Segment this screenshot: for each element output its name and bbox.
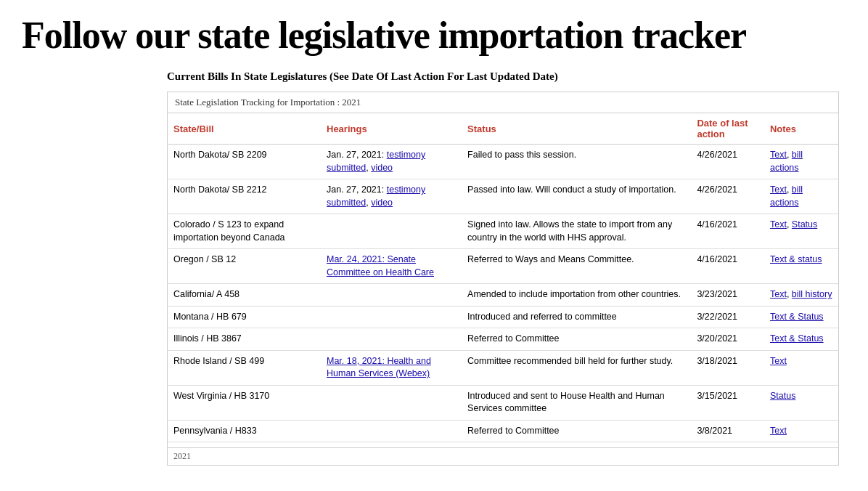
note-link[interactable]: Text xyxy=(770,219,787,230)
cell-hearings xyxy=(321,284,462,307)
cell-hearings: Jan. 27, 2021: testimony submitted, vide… xyxy=(321,179,462,214)
cell-state-bill: Oregon / SB 12 xyxy=(168,249,321,284)
table-row: Illinois / HB 3867Referred to Committee3… xyxy=(168,328,838,351)
cell-status: Amended to include importation from othe… xyxy=(462,284,691,307)
cell-date: 3/8/2021 xyxy=(691,420,764,442)
cell-status: Referred to Ways and Means Committee. xyxy=(462,249,691,284)
cell-date: 4/16/2021 xyxy=(691,249,764,284)
hearing-link[interactable]: video xyxy=(371,198,393,208)
hearing-link[interactable]: Mar. 18, 2021: Health and Human Services… xyxy=(327,356,431,379)
table-container: State Legislation Tracking for Importati… xyxy=(167,92,839,466)
cell-state-bill: Illinois / HB 3867 xyxy=(168,328,321,351)
table-row: Pennsylvania / H833Referred to Committee… xyxy=(168,420,838,442)
cell-hearings: Jan. 27, 2021: testimony submitted, vide… xyxy=(321,145,462,179)
cell-status: Referred to Committee xyxy=(462,442,691,448)
table-row: Oregon / SB 12Mar. 24, 2021: Senate Comm… xyxy=(168,249,838,284)
cell-notes: Status xyxy=(764,385,838,420)
table-row: Montana / HB 679Introduced and referred … xyxy=(168,306,838,328)
cell-hearings xyxy=(321,385,462,420)
table-row: Connecticut / SB 1006Scheduled for Mar. … xyxy=(168,442,838,448)
table-scroll-area[interactable]: State/Bill Hearings Status Date of last … xyxy=(168,113,838,447)
cell-notes: Text (Sections 11-15) xyxy=(764,442,838,448)
cell-hearings: Mar. 18, 2021: Health and Human Services… xyxy=(321,350,462,385)
hearing-link[interactable]: Mar. 24, 2021: Senate Committee on Healt… xyxy=(327,254,434,277)
table-row: North Dakota/ SB 2209Jan. 27, 2021: test… xyxy=(168,145,838,179)
note-link[interactable]: Text xyxy=(770,356,787,366)
cell-state-bill: California/ A 458 xyxy=(168,284,321,307)
cell-hearings: Mar. 24, 2021: Senate Committee on Healt… xyxy=(321,249,462,284)
table-title: State Legislation Tracking for Importati… xyxy=(168,92,838,113)
cell-status: Signed into law. Allows the state to imp… xyxy=(462,214,691,249)
cell-notes: Text, bill actions xyxy=(764,145,838,179)
cell-hearings xyxy=(321,420,462,442)
note-link[interactable]: bill history xyxy=(792,289,832,299)
page-title: Follow our state legislative importation… xyxy=(22,15,846,56)
cell-status: Introduced and referred to committee xyxy=(462,306,691,328)
note-link[interactable]: Text xyxy=(770,184,787,195)
table-row: California/ A 458Amended to include impo… xyxy=(168,284,838,307)
cell-date: 4/16/2021 xyxy=(691,214,764,249)
table-row: West Virginia / HB 3170Introduced and se… xyxy=(168,385,838,420)
note-link[interactable]: Text xyxy=(770,289,787,299)
cell-notes: Text xyxy=(764,420,838,442)
cell-state-bill: West Virginia / HB 3170 xyxy=(168,385,321,420)
cell-status: Referred to Committee xyxy=(462,328,691,351)
col-notes: Notes xyxy=(764,113,838,145)
note-link[interactable]: Text xyxy=(770,150,787,160)
cell-status: Committee recommended bill held for furt… xyxy=(462,350,691,385)
cell-state-bill: Connecticut / SB 1006 xyxy=(168,442,321,448)
cell-date: 4/26/2021 xyxy=(691,179,764,214)
subtitle: Current Bills In State Legislatures (See… xyxy=(167,70,846,83)
col-date: Date of last action xyxy=(691,113,764,145)
cell-date: 3/18/2021 xyxy=(691,350,764,385)
cell-hearings xyxy=(321,328,462,351)
cell-state-bill: Montana / HB 679 xyxy=(168,306,321,328)
cell-notes: Text & status xyxy=(764,249,838,284)
cell-date: 3/5/2021 xyxy=(691,442,764,448)
col-state-bill: State/Bill xyxy=(168,113,321,145)
cell-date: 3/20/2021 xyxy=(691,328,764,351)
cell-state-bill: Rhode Island / SB 499 xyxy=(168,350,321,385)
cell-notes: Text & Status xyxy=(764,328,838,351)
cell-date: 4/26/2021 xyxy=(691,145,764,179)
table-row: North Dakota/ SB 2212Jan. 27, 2021: test… xyxy=(168,179,838,214)
table-row: Colorado / S 123 to expand importation b… xyxy=(168,214,838,249)
cell-hearings: Scheduled for Mar. 11, Insurance and Rea… xyxy=(321,442,462,448)
note-link[interactable]: Status xyxy=(770,391,795,401)
cell-hearings xyxy=(321,214,462,249)
cell-date: 3/23/2021 xyxy=(691,284,764,307)
note-link[interactable]: Text xyxy=(770,426,787,436)
legislative-table: State/Bill Hearings Status Date of last … xyxy=(168,113,838,447)
cell-status: Passed into law. Will conduct a study of… xyxy=(462,179,691,214)
cell-notes: Text xyxy=(764,350,838,385)
cell-state-bill: North Dakota/ SB 2209 xyxy=(168,145,321,179)
cell-notes: Text & Status xyxy=(764,306,838,328)
cell-date: 3/22/2021 xyxy=(691,306,764,328)
cell-hearings xyxy=(321,306,462,328)
cell-notes: Text, bill history xyxy=(764,284,838,307)
cell-status: Failed to pass this session. xyxy=(462,145,691,179)
table-row: Rhode Island / SB 499Mar. 18, 2021: Heal… xyxy=(168,350,838,385)
cell-status: Referred to Committee xyxy=(462,420,691,442)
hearing-link[interactable]: video xyxy=(371,163,393,173)
table-header-row: State/Bill Hearings Status Date of last … xyxy=(168,113,838,145)
table-footer: 2021 xyxy=(168,447,838,465)
cell-status: Introduced and sent to House Health and … xyxy=(462,385,691,420)
col-hearings: Hearings xyxy=(321,113,462,145)
cell-state-bill: Pennsylvania / H833 xyxy=(168,420,321,442)
cell-state-bill: North Dakota/ SB 2212 xyxy=(168,179,321,214)
cell-notes: Text, bill actions xyxy=(764,179,838,214)
cell-notes: Text, Status xyxy=(764,214,838,249)
note-link[interactable]: Text & Status xyxy=(770,333,824,344)
col-status: Status xyxy=(462,113,691,145)
note-link[interactable]: Status xyxy=(792,219,817,230)
note-link[interactable]: Text & Status xyxy=(770,312,824,322)
cell-state-bill: Colorado / S 123 to expand importation b… xyxy=(168,214,321,249)
cell-date: 3/15/2021 xyxy=(691,385,764,420)
note-link[interactable]: Text & status xyxy=(770,254,822,264)
